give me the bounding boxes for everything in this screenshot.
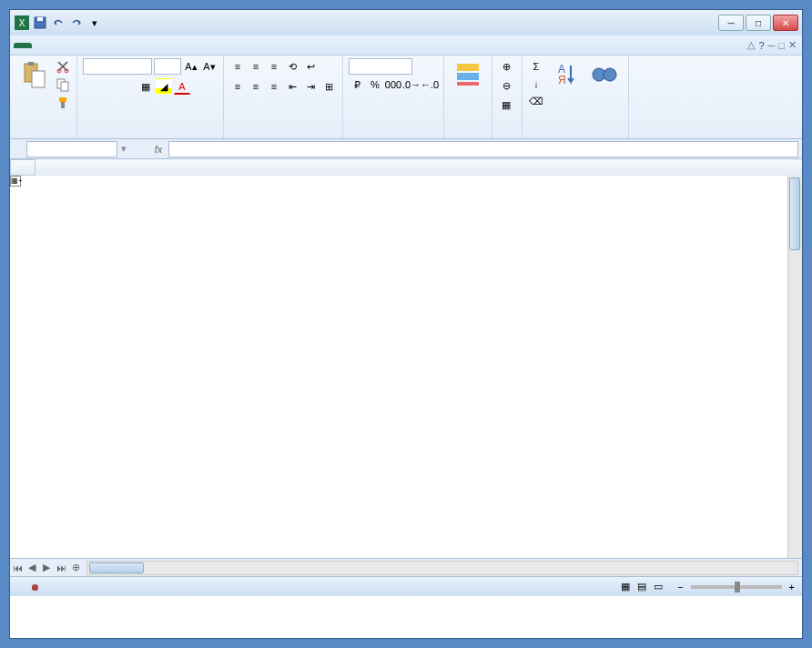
- undo-icon[interactable]: [50, 15, 66, 31]
- orientation-icon[interactable]: ⟲: [284, 58, 300, 75]
- vscroll-thumb[interactable]: [789, 177, 800, 250]
- file-tab[interactable]: [14, 43, 32, 48]
- name-box[interactable]: [26, 141, 117, 157]
- excel-icon[interactable]: X: [14, 15, 30, 31]
- underline-button[interactable]: [119, 78, 136, 95]
- window-controls: ─ □ ✕: [718, 15, 798, 31]
- sheet-tab-bar: ⏮ ◀ ▶ ⏭ ⊕: [10, 558, 802, 576]
- paste-button[interactable]: [15, 58, 52, 91]
- autofill-options-icon[interactable]: ▦+: [10, 176, 21, 187]
- cut-icon[interactable]: [55, 58, 71, 75]
- styles-button[interactable]: [450, 58, 486, 91]
- align-center-icon[interactable]: ≡: [248, 78, 264, 95]
- align-middle-icon[interactable]: ≡: [248, 58, 264, 75]
- font-name-combo[interactable]: [83, 58, 152, 75]
- copy-icon[interactable]: [55, 76, 71, 93]
- svg-rect-10: [61, 82, 68, 91]
- help-area: △ ? ─ □ ✕: [747, 39, 802, 51]
- mdi-close-icon[interactable]: ✕: [788, 39, 797, 51]
- view-pagebreak-icon[interactable]: ▭: [654, 581, 663, 592]
- styles-icon: [453, 60, 482, 89]
- group-cells: ⊕ ⊖ ▦: [492, 56, 523, 138]
- svg-rect-3: [37, 17, 43, 21]
- inc-decimal-icon[interactable]: .0→: [403, 76, 420, 93]
- merge-icon[interactable]: ⊞: [320, 78, 337, 95]
- font-color-icon[interactable]: A: [174, 78, 190, 95]
- dec-decimal-icon[interactable]: ←.0: [421, 76, 438, 93]
- qat-more-icon[interactable]: ▾: [86, 15, 103, 31]
- minimize-button[interactable]: ─: [718, 15, 744, 31]
- zoom-slider[interactable]: [691, 585, 782, 589]
- sheet-nav-prev-icon[interactable]: ◀: [25, 562, 39, 573]
- fx-button[interactable]: fx: [148, 144, 168, 155]
- italic-button[interactable]: [101, 78, 117, 95]
- formula-input[interactable]: [168, 141, 798, 157]
- view-layout-icon[interactable]: ▤: [637, 581, 646, 592]
- clear-icon[interactable]: ⌫: [528, 93, 544, 109]
- horizontal-scrollbar[interactable]: [86, 561, 798, 575]
- vertical-scrollbar[interactable]: [787, 176, 802, 558]
- sheet-nav-last-icon[interactable]: ⏭: [54, 562, 68, 573]
- zoom-out-icon[interactable]: −: [677, 582, 683, 592]
- format-cells-icon[interactable]: ▦: [498, 96, 514, 113]
- help-icon[interactable]: ?: [758, 40, 764, 51]
- formula-bar: ▾ fx: [10, 139, 802, 159]
- autosum-icon[interactable]: Σ: [528, 58, 544, 75]
- spreadsheet-grid[interactable]: ▦+: [10, 159, 802, 558]
- fill-icon[interactable]: ↓: [528, 76, 544, 92]
- svg-point-19: [604, 68, 616, 81]
- font-size-combo[interactable]: [154, 58, 181, 75]
- group-styles: [444, 56, 492, 138]
- close-button[interactable]: ✕: [773, 15, 798, 31]
- svg-text:X: X: [19, 18, 25, 28]
- ribbon: A▴ A▾ ▦ ◢ A ≡ ≡ ≡ ⟲: [10, 56, 802, 139]
- sheet-nav-next-icon[interactable]: ▶: [39, 562, 54, 573]
- new-sheet-icon[interactable]: ⊕: [68, 562, 83, 573]
- maximize-button[interactable]: □: [746, 15, 771, 31]
- macro-record-icon[interactable]: ⏺: [30, 582, 40, 592]
- hscroll-thumb[interactable]: [89, 562, 144, 573]
- sort-filter-button[interactable]: AЯ: [547, 58, 584, 91]
- format-painter-icon[interactable]: [55, 95, 71, 111]
- wrap-text-icon[interactable]: ↩: [302, 58, 319, 75]
- percent-icon[interactable]: %: [367, 76, 383, 93]
- align-bottom-icon[interactable]: ≡: [266, 58, 282, 75]
- redo-icon[interactable]: [68, 15, 85, 31]
- group-editing: Σ ↓ ⌫ AЯ: [523, 56, 629, 138]
- border-icon[interactable]: ▦: [137, 78, 154, 95]
- grow-font-icon[interactable]: A▴: [183, 58, 199, 75]
- view-normal-icon[interactable]: ▦: [621, 581, 630, 592]
- insert-cells-icon[interactable]: ⊕: [498, 58, 514, 75]
- number-format-combo[interactable]: [349, 58, 412, 75]
- excel-window: X ▾ ─ □ ✕ △ ? ─ □ ✕: [9, 9, 803, 639]
- delete-cells-icon[interactable]: ⊖: [498, 77, 514, 94]
- shrink-font-icon[interactable]: A▾: [201, 58, 218, 75]
- find-select-button[interactable]: [586, 58, 623, 91]
- group-clipboard: [10, 56, 77, 138]
- select-all-corner[interactable]: [10, 159, 36, 176]
- binoculars-icon: [590, 60, 619, 89]
- zoom-in-icon[interactable]: +: [789, 582, 795, 592]
- fill-color-icon[interactable]: ◢: [156, 78, 172, 95]
- svg-rect-15: [457, 82, 479, 86]
- mdi-min-icon[interactable]: ─: [768, 40, 776, 51]
- indent-inc-icon[interactable]: ⇥: [302, 78, 319, 95]
- mdi-restore-icon[interactable]: □: [778, 40, 785, 51]
- indent-dec-icon[interactable]: ⇤: [284, 78, 300, 95]
- save-icon[interactable]: [32, 15, 48, 31]
- align-top-icon[interactable]: ≡: [229, 58, 246, 75]
- column-headers: [10, 159, 802, 176]
- clipboard-icon: [19, 60, 48, 89]
- statusbar: ⏺ ▦ ▤ ▭ − +: [10, 576, 802, 596]
- bold-button[interactable]: [83, 78, 99, 95]
- comma-icon[interactable]: 000: [385, 76, 401, 93]
- currency-icon[interactable]: ₽: [349, 76, 365, 93]
- quick-access-toolbar: X ▾: [14, 15, 103, 31]
- sheet-nav-first-icon[interactable]: ⏮: [10, 562, 25, 573]
- align-right-icon[interactable]: ≡: [266, 78, 282, 95]
- group-number: ₽ % 000 .0→ ←.0: [343, 56, 444, 138]
- namebox-dropdown-icon[interactable]: ▾: [117, 143, 130, 155]
- minimize-ribbon-icon[interactable]: △: [747, 39, 755, 51]
- sort-icon: AЯ: [551, 60, 580, 89]
- align-left-icon[interactable]: ≡: [229, 78, 246, 95]
